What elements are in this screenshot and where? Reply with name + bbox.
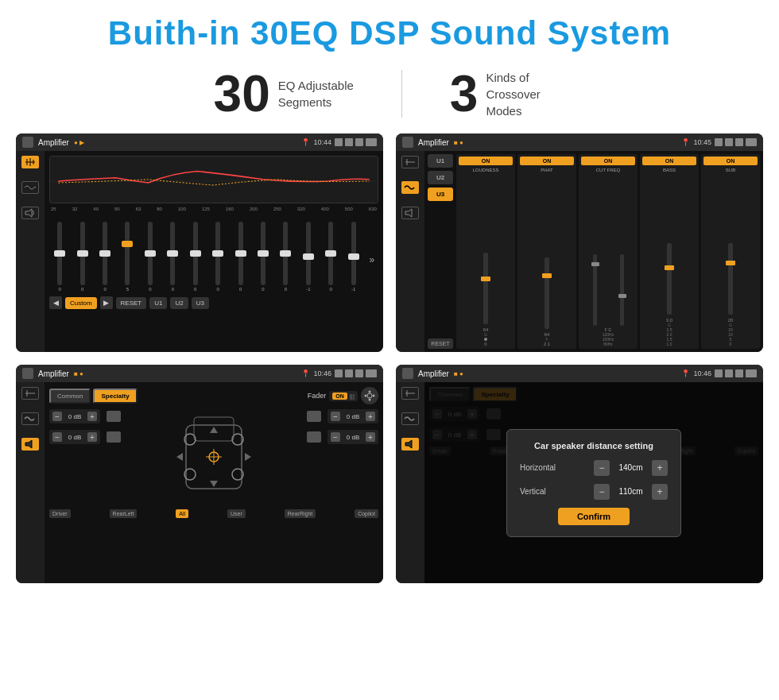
eq-display (49, 156, 378, 203)
screen2-sidebar-spk[interactable] (401, 207, 419, 219)
topbar-1: Amplifier ● ▶ 📍 10:44 (16, 133, 383, 151)
bass-header: ON (642, 157, 696, 165)
screen3-settings-btn[interactable] (361, 387, 378, 404)
eq-prev-btn[interactable]: ◀ (49, 296, 62, 309)
screen4-sidebar-3[interactable] (401, 438, 419, 451)
topbar-4-right: 📍 10:46 (681, 369, 757, 377)
eq-fader-3[interactable]: 5 (117, 222, 138, 292)
preset-u1[interactable]: U1 (428, 154, 453, 168)
svg-marker-12 (25, 440, 32, 448)
home-icon-3[interactable] (22, 368, 33, 379)
eq-fader-0[interactable]: 0 (49, 222, 70, 292)
stat-crossover-number: 3 (450, 68, 479, 119)
topbar-2-dots: ■ ● (454, 139, 463, 146)
eq-reset-btn[interactable]: RESET (116, 297, 147, 309)
screen-eq: Amplifier ● ▶ 📍 10:44 (16, 133, 383, 352)
vol-plus-btn-0[interactable]: + (87, 412, 97, 421)
sidebar-wave-icon[interactable] (21, 181, 39, 194)
vertical-minus-btn[interactable]: − (594, 484, 610, 500)
eq-fader-5[interactable]: 0 (162, 222, 183, 292)
speaker-row-0: − 0 dB + (49, 409, 165, 423)
home-icon-2[interactable] (402, 137, 413, 148)
tab-specialty[interactable]: Specialty (93, 389, 137, 404)
vol-minus-btn-r1[interactable]: − (331, 432, 340, 442)
svg-marker-9 (405, 209, 412, 217)
topbar-4: Amplifier ■ ● 📍 10:46 (396, 365, 763, 382)
eq-u3-btn[interactable]: U3 (192, 297, 209, 309)
topbar-3-right: 📍 10:46 (301, 369, 377, 377)
screen3-sidebar-1[interactable] (21, 387, 39, 400)
eq-fader-6[interactable]: 0 (185, 222, 206, 292)
eq-fader-2[interactable]: 0 (95, 222, 115, 292)
eq-next-btn[interactable]: ▶ (100, 296, 113, 309)
fader-toggle[interactable]: ON ||| (329, 391, 358, 401)
vol-minus-btn-r0[interactable]: − (331, 412, 340, 421)
sidebar-speaker-icon[interactable] (21, 207, 39, 219)
topbar-4-icons (715, 369, 757, 377)
vertical-ctrl: − 110cm + (594, 484, 668, 500)
eq-fader-9[interactable]: 0 (253, 222, 273, 292)
vol-plus-btn-1[interactable]: + (87, 432, 97, 442)
eq-fader-1[interactable]: 0 (72, 222, 92, 292)
eq-fader-13[interactable]: -1 (343, 222, 363, 292)
eq-custom-btn[interactable]: Custom (65, 297, 97, 309)
page-header: Buith-in 30EQ DSP Sound System (0, 0, 779, 60)
vol-plus-btn-r0[interactable]: + (366, 412, 375, 421)
topbar-1-app: Amplifier (38, 138, 69, 147)
eq-u2-btn[interactable]: U2 (170, 297, 188, 309)
eq-expand-icon[interactable]: » (366, 228, 378, 292)
screen2-sidebar-cross[interactable] (401, 181, 419, 194)
vertical-plus-btn[interactable]: + (652, 484, 668, 500)
topbar-2-left: Amplifier ■ ● (402, 137, 463, 148)
preset-u2[interactable]: U2 (428, 171, 453, 184)
eq-fader-4[interactable]: 0 (140, 222, 161, 292)
eq-u1-btn[interactable]: U1 (149, 297, 167, 309)
home-icon-1[interactable] (22, 137, 33, 148)
spk-rearright[interactable]: RearRight (285, 509, 316, 518)
vol-minus-btn-0[interactable]: − (52, 412, 62, 421)
speaker-row-r1: − 0 dB + (304, 430, 378, 444)
dialog-horizontal-label: Horizontal (520, 463, 556, 472)
vol-plus-btn-r1[interactable]: + (366, 432, 375, 442)
speaker-icon-fl (107, 411, 121, 422)
svg-point-17 (373, 395, 375, 397)
crossover-reset-btn[interactable]: RESET (428, 338, 453, 349)
phat-header: ON (520, 157, 574, 165)
vol-val-0: 0 dB (64, 413, 86, 420)
topbar-3-time: 10:46 (313, 369, 331, 377)
spk-all[interactable]: All (176, 509, 188, 518)
fader-bars: ||| (350, 393, 355, 400)
topbar-3: Amplifier ■ ● 📍 10:46 (16, 365, 383, 382)
svg-point-14 (369, 391, 371, 393)
horizontal-minus-btn[interactable]: − (594, 460, 610, 476)
eq-fader-10[interactable]: 0 (275, 222, 296, 292)
screen3-sidebar-2[interactable] (21, 412, 39, 425)
stat-crossover: 3 Kinds ofCrossover Modes (402, 68, 614, 119)
screen-common: Amplifier ■ ● 📍 10:46 (16, 365, 383, 583)
screen4-sidebar-1[interactable] (401, 387, 419, 400)
screen3-sidebar-3[interactable] (21, 438, 39, 451)
speaker-row-1: − 0 dB + (49, 430, 165, 444)
channel-cutfreq: ON CUT FREQ F G 120Hz (579, 154, 638, 349)
sidebar-eq-icon[interactable] (21, 156, 39, 168)
eq-fader-11[interactable]: -1 (298, 222, 319, 292)
tab-common[interactable]: Common (49, 389, 91, 404)
screen4-sidebar-2[interactable] (401, 412, 419, 425)
eq-fader-12[interactable]: 0 (320, 222, 341, 292)
vol-minus-btn-1[interactable]: − (52, 432, 62, 442)
confirm-button[interactable]: Confirm (558, 508, 630, 525)
screen4-content: Common Specialty − 0 dB + (396, 382, 763, 583)
horizontal-plus-btn[interactable]: + (652, 460, 668, 476)
screen2-sidebar (396, 151, 424, 352)
eq-fader-7[interactable]: 0 (207, 222, 228, 292)
spk-rearleft[interactable]: RearLeft (110, 509, 138, 518)
car-diagram (170, 409, 258, 505)
screen2-sidebar-eq[interactable] (401, 156, 419, 168)
spk-driver[interactable]: Driver (49, 509, 71, 518)
eq-fader-8[interactable]: 0 (230, 222, 250, 292)
topbar-1-left: Amplifier ● ▶ (22, 137, 84, 148)
spk-copilot[interactable]: Copilot (355, 509, 378, 518)
preset-u3[interactable]: U3 (428, 188, 453, 201)
home-icon-4[interactable] (402, 368, 413, 379)
spk-user[interactable]: User (227, 509, 246, 518)
